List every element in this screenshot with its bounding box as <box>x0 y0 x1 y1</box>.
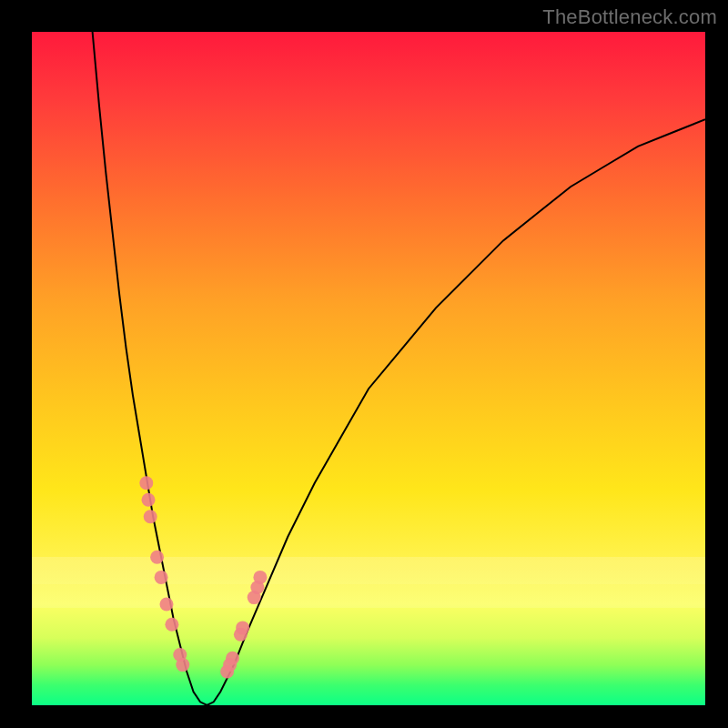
plot-area <box>32 32 705 705</box>
bottleneck-curve <box>93 32 705 705</box>
data-marker <box>165 618 178 632</box>
data-marker <box>253 571 267 584</box>
data-marker <box>236 621 249 634</box>
chart-frame: TheBottleneck.com <box>0 0 728 728</box>
data-marker <box>226 652 239 665</box>
data-marker <box>139 476 153 490</box>
data-marker <box>150 551 164 564</box>
data-marker <box>160 598 174 612</box>
watermark-text: TheBottleneck.com <box>542 5 717 29</box>
data-markers <box>139 476 267 678</box>
chart-svg <box>32 32 705 705</box>
data-marker <box>176 658 189 672</box>
data-marker <box>155 571 168 584</box>
data-marker <box>142 493 156 507</box>
data-marker <box>144 510 157 523</box>
